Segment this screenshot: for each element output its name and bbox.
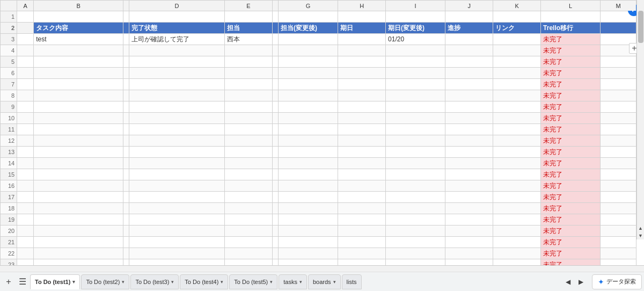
cell-b3[interactable]: test bbox=[34, 34, 123, 45]
cell-f9[interactable] bbox=[272, 101, 278, 113]
col-resize-ef[interactable] bbox=[272, 1, 278, 11]
row-num-6[interactable]: 6 bbox=[1, 68, 17, 79]
cell-e20[interactable] bbox=[224, 225, 272, 237]
cell-b20[interactable] bbox=[34, 225, 123, 237]
cell-e15[interactable] bbox=[224, 169, 272, 180]
cell-e10[interactable] bbox=[224, 113, 272, 124]
cell-c23[interactable] bbox=[123, 259, 129, 266]
cell-f3[interactable] bbox=[272, 34, 278, 45]
cell-a17[interactable] bbox=[17, 192, 34, 203]
cell-j9[interactable] bbox=[445, 101, 493, 113]
cell-f16[interactable] bbox=[272, 180, 278, 192]
cell-a23[interactable] bbox=[17, 259, 34, 266]
cell-m17[interactable] bbox=[601, 192, 636, 203]
cell-c1[interactable] bbox=[123, 11, 129, 23]
tab-dropdown-3[interactable]: ▾ bbox=[171, 279, 174, 285]
cell-a14[interactable] bbox=[17, 158, 34, 169]
cell-a22[interactable] bbox=[17, 248, 34, 259]
cell-j4[interactable] bbox=[445, 45, 493, 56]
cell-e6[interactable] bbox=[224, 68, 272, 79]
cell-j2[interactable]: 進捗 bbox=[445, 23, 493, 34]
cell-b1[interactable] bbox=[34, 11, 123, 23]
col-header-d[interactable]: D bbox=[129, 1, 225, 11]
row-num-18[interactable]: 18 bbox=[1, 203, 17, 214]
cell-f12[interactable] bbox=[272, 135, 278, 147]
cell-e17[interactable] bbox=[224, 192, 272, 203]
cell-j12[interactable] bbox=[445, 135, 493, 147]
cell-b18[interactable] bbox=[34, 203, 123, 214]
col-header-l[interactable]: L bbox=[541, 1, 601, 11]
cell-e23[interactable] bbox=[224, 259, 272, 266]
cell-f19[interactable] bbox=[272, 214, 278, 225]
cell-i21[interactable] bbox=[386, 237, 445, 248]
cell-d5[interactable] bbox=[129, 56, 225, 68]
cell-g13[interactable] bbox=[278, 147, 338, 158]
cell-e22[interactable] bbox=[224, 248, 272, 259]
cell-i16[interactable] bbox=[386, 180, 445, 192]
cell-b15[interactable] bbox=[34, 169, 123, 180]
cell-i13[interactable] bbox=[386, 147, 445, 158]
cell-k5[interactable] bbox=[493, 56, 541, 68]
cell-h18[interactable] bbox=[338, 203, 386, 214]
cell-h19[interactable] bbox=[338, 214, 386, 225]
cell-h23[interactable] bbox=[338, 259, 386, 266]
cell-m8[interactable] bbox=[601, 90, 636, 101]
row-num-11[interactable]: 11 bbox=[1, 124, 17, 135]
cell-g17[interactable] bbox=[278, 192, 338, 203]
row-num-16[interactable]: 16 bbox=[1, 180, 17, 192]
cell-b22[interactable] bbox=[34, 248, 123, 259]
cell-j17[interactable] bbox=[445, 192, 493, 203]
cell-d8[interactable] bbox=[129, 90, 225, 101]
cell-m11[interactable] bbox=[601, 124, 636, 135]
cell-c15[interactable] bbox=[123, 169, 129, 180]
cell-d17[interactable] bbox=[129, 192, 225, 203]
cell-l14[interactable]: 未完了 bbox=[541, 158, 601, 169]
cell-g11[interactable] bbox=[278, 124, 338, 135]
cell-h3[interactable] bbox=[338, 34, 386, 45]
cell-d14[interactable] bbox=[129, 158, 225, 169]
cell-g22[interactable] bbox=[278, 248, 338, 259]
cell-e4[interactable] bbox=[224, 45, 272, 56]
cell-e9[interactable] bbox=[224, 101, 272, 113]
cell-m21[interactable] bbox=[601, 237, 636, 248]
scroll-up-arrow[interactable]: ▲ bbox=[638, 224, 643, 232]
vertical-scrollbar[interactable]: ▲ ▼ bbox=[636, 0, 644, 239]
cell-l22[interactable]: 未完了 bbox=[541, 248, 601, 259]
cell-j7[interactable] bbox=[445, 79, 493, 90]
cell-f2[interactable] bbox=[272, 23, 278, 34]
cell-k16[interactable] bbox=[493, 180, 541, 192]
col-header-k[interactable]: K bbox=[493, 1, 541, 11]
cell-a10[interactable] bbox=[17, 113, 34, 124]
cell-k3[interactable] bbox=[493, 34, 541, 45]
row-num-19[interactable]: 19 bbox=[1, 214, 17, 225]
row-num-14[interactable]: 14 bbox=[1, 158, 17, 169]
cell-l10[interactable]: 未完了 bbox=[541, 113, 601, 124]
cell-h9[interactable] bbox=[338, 101, 386, 113]
cell-i5[interactable] bbox=[386, 56, 445, 68]
cell-f20[interactable] bbox=[272, 225, 278, 237]
cell-h12[interactable] bbox=[338, 135, 386, 147]
cell-j6[interactable] bbox=[445, 68, 493, 79]
cell-j8[interactable] bbox=[445, 90, 493, 101]
cell-l5[interactable]: 未完了 bbox=[541, 56, 601, 68]
cell-d10[interactable] bbox=[129, 113, 225, 124]
cell-g3[interactable] bbox=[278, 34, 338, 45]
cell-j15[interactable] bbox=[445, 169, 493, 180]
cell-h7[interactable] bbox=[338, 79, 386, 90]
cell-c16[interactable] bbox=[123, 180, 129, 192]
col-header-b[interactable]: B bbox=[34, 1, 123, 11]
cell-i23[interactable] bbox=[386, 259, 445, 266]
row-num-23[interactable]: 23 bbox=[1, 259, 17, 266]
cell-a16[interactable] bbox=[17, 180, 34, 192]
cell-b5[interactable] bbox=[34, 56, 123, 68]
cell-h22[interactable] bbox=[338, 248, 386, 259]
cell-a18[interactable] bbox=[17, 203, 34, 214]
cell-b14[interactable] bbox=[34, 158, 123, 169]
tab-dropdown-7[interactable]: ▾ bbox=[333, 279, 336, 285]
sheet-tab-todo-test3[interactable]: To Do (test3) ▾ bbox=[130, 274, 179, 289]
cell-k8[interactable] bbox=[493, 90, 541, 101]
cell-b2[interactable]: タスク内容 bbox=[34, 23, 123, 34]
cell-e12[interactable] bbox=[224, 135, 272, 147]
sheet-tab-tasks[interactable]: tasks ▾ bbox=[279, 274, 307, 289]
cell-l23[interactable]: 未完了 bbox=[541, 259, 601, 266]
